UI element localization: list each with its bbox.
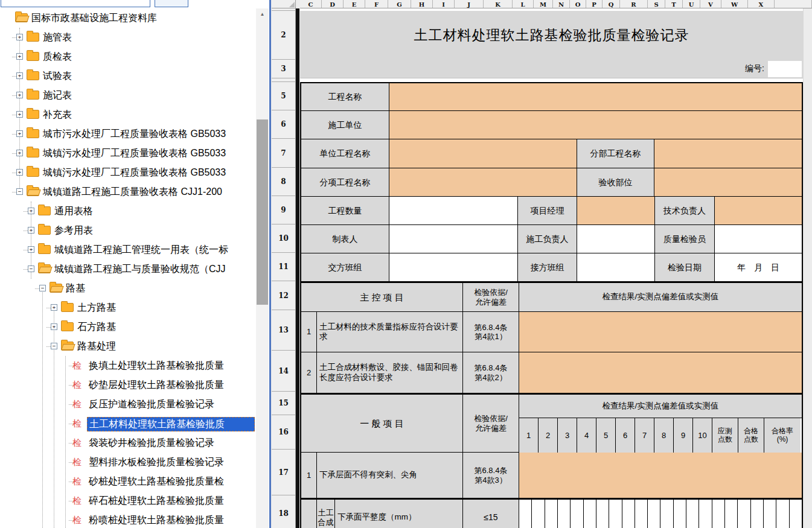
tree-item-folder[interactable]: +土方路基 [0, 298, 256, 317]
tree-item-folder[interactable]: +石方路基 [0, 317, 256, 337]
collapse-minus-icon[interactable]: − [16, 188, 23, 195]
tree-item-record[interactable]: 检换填土处理软土路基检验批质量 [0, 356, 256, 375]
column-header-C[interactable]: C [300, 0, 322, 8]
cell-quality-inspector[interactable] [715, 225, 802, 253]
expand-plus-icon[interactable]: + [51, 323, 57, 330]
column-header-F[interactable]: F [365, 0, 388, 8]
cell-division-project[interactable] [654, 139, 802, 168]
tree-item-record[interactable]: 检砂桩处理软土路基检验批质量检 [0, 472, 256, 491]
item-result-cell[interactable] [519, 312, 802, 352]
expand-plus-icon[interactable]: + [16, 169, 23, 176]
item-result-cell[interactable] [519, 453, 802, 498]
tree-scrollbar[interactable]: ▲ [256, 8, 269, 528]
tree-item-folder[interactable]: −城镇道路工程施工与质量验收规范（CJJ [0, 259, 256, 279]
measure-point-cell[interactable] [790, 500, 802, 528]
select-all-corner[interactable] [272, 0, 296, 8]
column-header-H[interactable]: H [411, 0, 433, 8]
column-header-J[interactable]: J [455, 0, 484, 8]
column-header-Q[interactable]: Q [603, 0, 620, 8]
expand-plus-icon[interactable]: + [16, 92, 23, 98]
collapse-minus-icon[interactable]: − [39, 285, 46, 291]
measure-point-cell[interactable] [776, 500, 789, 528]
expand-plus-icon[interactable]: + [51, 304, 57, 311]
column-header-K[interactable]: K [484, 0, 513, 8]
tree-item-record[interactable]: 检袋装砂井检验批质量检验记录 [0, 433, 256, 453]
expand-plus-icon[interactable]: + [16, 53, 23, 60]
measure-point-cell[interactable] [571, 500, 583, 528]
column-header-O[interactable]: O [570, 0, 586, 8]
tree-item-folder[interactable]: −路基 [0, 279, 256, 298]
column-header-V[interactable]: V [700, 0, 721, 8]
cell-project-name[interactable] [389, 83, 802, 111]
search-button[interactable] [155, 0, 188, 7]
column-header-D[interactable]: D [322, 0, 344, 8]
column-header-U[interactable]: U [683, 0, 700, 8]
measure-point-cell[interactable] [584, 500, 596, 528]
cell-inspection-date[interactable]: 年 月 日 [715, 253, 802, 282]
cell-unit-project[interactable] [389, 139, 577, 168]
measure-point-cell[interactable] [660, 500, 673, 528]
column-header-X[interactable]: X [748, 0, 775, 8]
tree-item-folder[interactable]: +质检表 [0, 47, 256, 66]
row-header-13[interactable]: 13 [272, 310, 296, 351]
cell-receiving-team[interactable] [577, 253, 655, 282]
tree-item-folder[interactable]: +城镇污水处理厂工程质量验收表格 GB5033 [0, 163, 256, 182]
row-header-12[interactable]: 12 [272, 281, 296, 310]
column-header-N[interactable]: N [553, 0, 570, 8]
row-header-9[interactable]: 9 [272, 196, 296, 224]
tree-item-folder[interactable]: +城镇污水处理厂工程质量验收表格 GB5033 [0, 144, 256, 163]
measure-point-cell[interactable] [764, 500, 776, 528]
column-header-I[interactable]: I [433, 0, 455, 8]
column-header-M[interactable]: M [534, 0, 553, 8]
measure-point-cell[interactable] [545, 500, 558, 528]
column-header-R[interactable]: R [620, 0, 648, 8]
measure-point-cell[interactable] [635, 500, 648, 528]
tree-item-folder[interactable]: +参考用表 [0, 221, 256, 240]
measure-point-cell[interactable] [686, 500, 699, 528]
cell-acceptance-part[interactable] [654, 168, 802, 197]
tree-item-folder[interactable]: −路基处理 [0, 337, 256, 356]
search-input[interactable] [1, 0, 150, 7]
tree-item-folder[interactable]: −城镇道路工程施工质量验收表格 CJJ1-200 [0, 182, 256, 202]
cell-tech-director[interactable] [715, 197, 802, 225]
item-result-cell[interactable] [519, 352, 802, 393]
measure-point-cell[interactable] [622, 500, 635, 528]
tree-item-record[interactable]: 检砂垫层处理软土路基检验批质量 [0, 375, 256, 395]
row-header-15[interactable]: 15 [272, 392, 296, 415]
measure-point-cell[interactable] [712, 500, 725, 528]
tree-item-record[interactable]: 检粉喷桩处理软土路基检验批质量 [0, 511, 256, 528]
tree-item-folder[interactable]: +施记表 [0, 86, 256, 105]
tree-item-record[interactable]: 检反压护道检验批质量检验记录 [0, 395, 256, 414]
collapse-minus-icon[interactable]: − [28, 266, 34, 272]
column-header-G[interactable]: G [388, 0, 411, 8]
row-header-18[interactable]: 18 [272, 495, 296, 528]
expand-plus-icon[interactable]: + [28, 246, 34, 253]
row-header-7[interactable]: 7 [272, 139, 296, 168]
tree-item-folder[interactable]: +城市污水处理厂工程质量验收表格 GB5033 [0, 124, 256, 144]
tree-item-record[interactable]: 检塑料排水板检验批质量检验记录 [0, 453, 256, 472]
measure-point-cell[interactable] [648, 500, 660, 528]
expand-plus-icon[interactable]: + [16, 34, 23, 40]
cell-construction-unit[interactable] [389, 111, 802, 139]
measure-point-cell[interactable] [725, 500, 738, 528]
row-header-6[interactable]: 6 [272, 110, 296, 139]
column-header-S[interactable]: S [648, 0, 665, 8]
cell-handover-team[interactable] [389, 253, 518, 282]
tree-item-folder[interactable]: +城镇道路工程施工管理统一用表（统一标 [0, 240, 256, 259]
tree-item-folder[interactable]: +试验表 [0, 66, 256, 86]
measure-point-cell[interactable] [532, 500, 545, 528]
tree-item-folder[interactable]: +补充表 [0, 105, 256, 124]
measure-point-cell[interactable] [609, 500, 622, 528]
cell-preparer[interactable] [389, 225, 518, 253]
tree-item-record[interactable]: 检碎石桩处理软土路基检验批质量 [0, 491, 256, 511]
row-header-8[interactable]: 8 [272, 168, 296, 196]
measure-point-cell[interactable] [699, 500, 712, 528]
column-header-L[interactable]: L [513, 0, 534, 8]
tree-item-folder[interactable]: +通用表格 [0, 202, 256, 221]
row-header-5[interactable]: 5 [272, 82, 296, 110]
row-header-14[interactable]: 14 [272, 351, 296, 392]
tree-item-folder[interactable]: 国标市政基础设施工程资料库 [0, 8, 256, 28]
cell-project-manager[interactable] [577, 197, 655, 225]
tree-item-record[interactable]: 检土工材料处理软土路基检验批质 [0, 414, 256, 433]
tree-scrollbar-thumb[interactable] [257, 119, 268, 305]
